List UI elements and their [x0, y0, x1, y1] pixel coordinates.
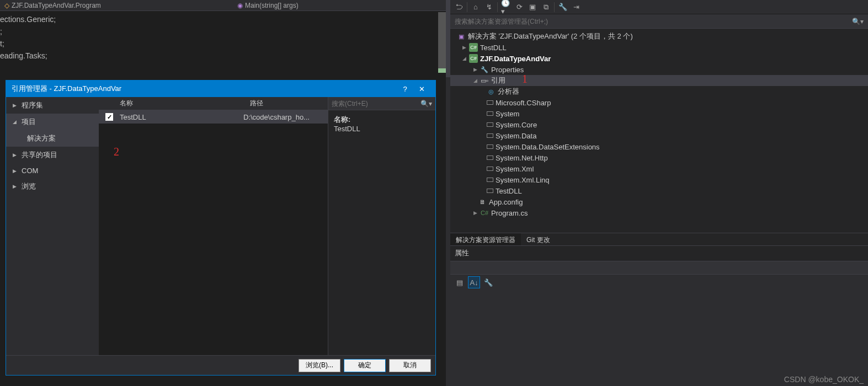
- close-button[interactable]: ✕: [413, 85, 430, 93]
- solution-tree[interactable]: ▣ 解决方案 'ZJF.DataTypeAndVar' (2 个项目，共 2 个…: [450, 29, 868, 233]
- nav-label: 项目: [22, 117, 36, 127]
- reference-icon: [487, 156, 493, 160]
- project-zjf[interactable]: ◢ C# ZJF.DataTypeAndVar: [450, 53, 868, 64]
- sync-icon[interactable]: ↯: [484, 2, 494, 12]
- properties-node[interactable]: ▶ 🔧 Properties: [450, 64, 868, 75]
- dialog-search[interactable]: 🔍▾: [328, 97, 435, 110]
- ref-item[interactable]: Microsoft.CSharp: [450, 97, 868, 108]
- solution-search-input[interactable]: [455, 18, 852, 25]
- tab-git-changes[interactable]: Git 更改: [521, 233, 556, 245]
- show-all-icon[interactable]: ⧉: [541, 2, 551, 12]
- references-node[interactable]: ◢ ▭▫ 引用 1: [450, 75, 868, 86]
- browse-button[interactable]: 浏览(B)...: [299, 359, 340, 372]
- cancel-button[interactable]: 取消: [389, 359, 431, 372]
- collapse-icon[interactable]: ▣: [528, 2, 537, 12]
- project-testdll[interactable]: ▶ C# TestDLL: [450, 42, 868, 53]
- row-path: D:\code\csharp_ho...: [243, 113, 310, 121]
- appconfig-node[interactable]: 🗎App.config: [450, 196, 868, 207]
- chevron-right-icon[interactable]: ▶: [462, 45, 469, 50]
- ref-item[interactable]: System.Data: [450, 130, 868, 141]
- chevron-down-icon[interactable]: ◢: [473, 78, 480, 83]
- ref-label: System.Xml.Linq: [496, 176, 550, 184]
- properties-icon[interactable]: 🔧: [558, 2, 568, 12]
- ref-item[interactable]: TestDLL: [450, 185, 868, 196]
- ref-label: System.Data: [496, 132, 536, 140]
- info-value: TestDLL: [334, 125, 430, 133]
- help-button[interactable]: ?: [397, 85, 413, 93]
- dialog-titlebar[interactable]: 引用管理器 - ZJF.DataTypeAndVar ? ✕: [6, 81, 435, 97]
- watermark: CSDN @kobe_OKOK_: [784, 375, 864, 384]
- info-label: 名称:: [334, 115, 430, 125]
- reference-icon: [487, 189, 493, 193]
- nav-projects[interactable]: ◢项目: [6, 114, 99, 130]
- search-icon[interactable]: 🔍▾: [420, 100, 432, 108]
- config-icon: 🗎: [478, 197, 487, 206]
- solution-label: 解决方案 'ZJF.DataTypeAndVar' (2 个项目，共 2 个): [468, 31, 633, 41]
- chevron-right-icon[interactable]: ▶: [473, 67, 480, 72]
- chevron-down-icon[interactable]: ◢: [462, 56, 469, 61]
- properties-object-combo[interactable]: [450, 261, 868, 275]
- ref-item[interactable]: System.Net.Http: [450, 152, 868, 163]
- ref-item[interactable]: ◎分析器: [450, 86, 868, 97]
- wrench-icon: 🔧: [480, 65, 489, 74]
- nav-shared[interactable]: ▶共享的项目: [6, 147, 99, 163]
- ref-label: System.Xml: [496, 165, 534, 173]
- col-name[interactable]: 名称: [120, 99, 250, 108]
- search-input[interactable]: [332, 100, 420, 108]
- reference-icon: [487, 167, 493, 171]
- reference-manager-dialog: 引用管理器 - ZJF.DataTypeAndVar ? ✕ ▶程序集 ◢项目 …: [6, 80, 436, 376]
- nav-browse[interactable]: ▶浏览: [6, 178, 99, 195]
- ref-label: System: [496, 110, 519, 118]
- reference-icon: [487, 144, 493, 149]
- solution-root[interactable]: ▣ 解决方案 'ZJF.DataTypeAndVar' (2 个项目，共 2 个…: [450, 31, 868, 42]
- references-icon: ▭▫: [480, 76, 489, 85]
- ref-label: System.Net.Http: [496, 154, 548, 162]
- chevron-right-icon[interactable]: ▶: [473, 210, 480, 216]
- ref-label: TestDLL: [496, 187, 522, 195]
- checkbox-icon[interactable]: ✓: [105, 113, 113, 121]
- ref-label: Microsoft.CSharp: [496, 99, 551, 107]
- nav-label: 共享的项目: [22, 150, 57, 160]
- ref-item[interactable]: System.Data.DataSetExtensions: [450, 141, 868, 152]
- props-wrench-icon[interactable]: 🔧: [482, 276, 494, 288]
- ref-item[interactable]: System.Xml.Linq: [450, 174, 868, 185]
- properties-grid[interactable]: [450, 290, 868, 386]
- program-node[interactable]: ▶C#Program.cs: [450, 207, 868, 218]
- nav-com[interactable]: ▶COM: [6, 163, 99, 178]
- ref-label: System.Data.DataSetExtensions: [496, 143, 600, 151]
- pane-splitter[interactable]: [446, 0, 450, 386]
- categorized-button[interactable]: ▤: [454, 276, 466, 288]
- preview-icon[interactable]: ⇥: [571, 2, 581, 12]
- code-line: ;: [0, 25, 446, 37]
- reference-icon: [487, 133, 493, 138]
- nav-class-combo[interactable]: ◇ ZJF.DataTypeAndVar.Program: [4, 2, 101, 9]
- ok-button[interactable]: 确定: [344, 359, 386, 372]
- annotation-1: 1: [522, 73, 528, 85]
- nav-assemblies[interactable]: ▶程序集: [6, 97, 99, 114]
- nav-method-combo[interactable]: ◉ Main(string[] args): [237, 2, 299, 9]
- ref-item[interactable]: System: [450, 108, 868, 119]
- editor-scrollbar[interactable]: [438, 12, 446, 73]
- col-path[interactable]: 路径: [250, 99, 263, 108]
- node-label: Properties: [491, 66, 524, 74]
- refresh-icon[interactable]: ⟳: [514, 2, 524, 12]
- code-editor[interactable]: ections.Generic; ; t; eading.Tasks;: [0, 11, 446, 64]
- history-icon[interactable]: 🕓▾: [501, 2, 511, 12]
- nav-solution[interactable]: 解决方案: [6, 130, 99, 147]
- reference-icon: [487, 122, 493, 127]
- home-icon[interactable]: ⌂: [471, 2, 481, 12]
- project-row[interactable]: ✓ TestDLL D:\code\csharp_ho...: [99, 110, 328, 124]
- solution-search[interactable]: 🔍▾: [450, 14, 868, 29]
- ref-item[interactable]: System.Xml: [450, 163, 868, 174]
- ref-item[interactable]: System.Core: [450, 119, 868, 130]
- dialog-title: 引用管理器 - ZJF.DataTypeAndVar: [12, 84, 121, 94]
- dialog-nav: ▶程序集 ◢项目 解决方案 ▶共享的项目 ▶COM ▶浏览: [6, 97, 99, 355]
- nav-method-label: Main(string[] args): [245, 2, 299, 9]
- nav-label: 浏览: [22, 181, 36, 191]
- annotation-2: 2: [114, 146, 119, 158]
- alphabetical-button[interactable]: A↓: [468, 276, 480, 288]
- back-icon[interactable]: ⮌: [454, 2, 464, 12]
- reference-icon: [487, 100, 493, 105]
- class-icon: ◇: [4, 2, 9, 9]
- tab-solution-explorer[interactable]: 解决方案资源管理器: [450, 233, 521, 245]
